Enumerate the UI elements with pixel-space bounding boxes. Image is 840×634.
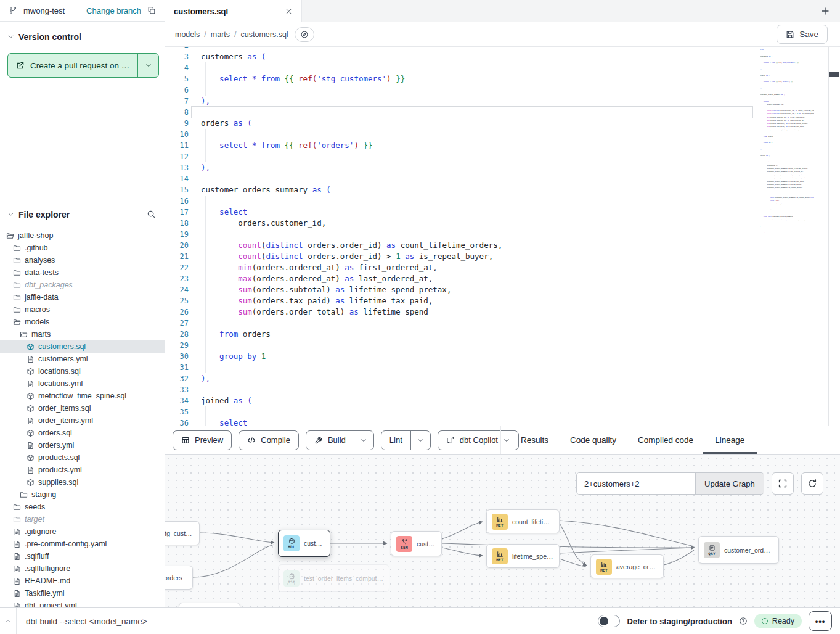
more-options-button[interactable]: ••• (809, 611, 832, 631)
file-tree-item-staging[interactable]: staging (0, 488, 165, 501)
code-line-28[interactable]: 28 from orders (165, 329, 840, 340)
help-icon[interactable] (739, 617, 748, 625)
code-line-12[interactable]: 12 (165, 151, 840, 162)
build-button[interactable]: Build (306, 431, 354, 450)
file-tree-item-jaffle-data[interactable]: jaffle-data (0, 291, 165, 303)
code-line-34[interactable]: 34joined as ( (165, 395, 840, 406)
file-explorer-header[interactable]: File explorer (0, 204, 165, 224)
version-control-header[interactable]: Version control (0, 27, 165, 47)
create-pr-button[interactable]: Create a pull request on Git... (7, 53, 159, 78)
panel-tab-lineage[interactable]: Lineage (714, 426, 746, 454)
code-line-18[interactable]: 18 orders.customer_id, (165, 218, 840, 229)
lineage-node-test_order_items[interactable]: TSTtest_order_items_compute_to_bools... (278, 564, 389, 592)
code-line-5[interactable]: 5 select * from {{ ref('stg_customers') … (165, 73, 840, 84)
code-line-11[interactable]: 11 select * from {{ ref('orders') }} (165, 140, 840, 151)
close-icon[interactable] (285, 7, 293, 15)
file-tree-item-.pre-commit-config.yaml[interactable]: .pre-commit-config.yaml (0, 538, 165, 550)
lint-button[interactable]: Lint (381, 431, 410, 450)
editor-minimap[interactable]: withcustomers as ( select * from {{ ref(… (760, 48, 814, 295)
file-tree-item-metricflow_time_spine.sql[interactable]: metricflow_time_spine.sql (0, 390, 165, 402)
file-tree-item-README.md[interactable]: README.md (0, 575, 165, 587)
file-tree-item-macros[interactable]: macros (0, 303, 165, 316)
lineage-selector-input[interactable] (577, 473, 695, 494)
code-line-33[interactable]: 33 (165, 384, 840, 395)
code-line-6[interactable]: 6 (165, 84, 840, 96)
file-tree-item-.gitignore[interactable]: .gitignore (0, 525, 165, 538)
breadcrumb-item[interactable]: customers.sql (241, 30, 288, 39)
code-line-21[interactable]: 21 count(distinct orders.order_id) > 1 a… (165, 251, 840, 262)
file-tree-item-.sqlfluff[interactable]: .sqlfluff (0, 550, 165, 562)
pr-button-caret[interactable] (137, 54, 158, 77)
panel-tab-code-quality[interactable]: Code quality (569, 426, 618, 454)
lineage-node-stg_customers[interactable]: MDLstg_customers (165, 521, 200, 545)
ide-status-badge[interactable]: Ready (754, 614, 802, 628)
lineage-node-count_lifetime_orders[interactable]: METcount_lifetime_orders (486, 509, 560, 533)
lineage-node-lifetime_spend_pretax[interactable]: METlifetime_spend_pretax (486, 544, 560, 568)
file-tree-item-jaffle-shop[interactable]: jaffle-shop (0, 229, 165, 242)
file-tree-item-order_items.sql[interactable]: order_items.sql (0, 402, 165, 414)
code-line-19[interactable]: 19 (165, 229, 840, 240)
code-line-24[interactable]: 24 sum(orders.subtotal) as lifetime_spen… (165, 284, 840, 295)
file-tree-item-.sqlfluffignore[interactable]: .sqlfluffignore (0, 562, 165, 575)
breadcrumb-item[interactable]: models (175, 30, 200, 39)
lineage-node-customers_semantic[interactable]: SEMcustomers (391, 531, 442, 556)
code-line-26[interactable]: 26 sum(orders.order_total) as lifetime_s… (165, 307, 840, 318)
code-line-23[interactable]: 23 max(orders.ordered_at) as last_ordere… (165, 273, 840, 284)
code-line-31[interactable]: 31 (165, 362, 840, 373)
file-tree-item-dbt_project.yml[interactable]: dbt_project.yml (0, 599, 165, 607)
code-line-36[interactable]: 36 select (165, 418, 840, 426)
refresh-button[interactable] (801, 472, 823, 495)
dbt-copilot-button[interactable]: dbt Copilot (438, 430, 519, 450)
code-line-3[interactable]: 3customers as ( (165, 51, 840, 62)
code-line-29[interactable]: 29 (165, 340, 840, 351)
file-tree-item-marts[interactable]: marts (0, 328, 165, 340)
file-tree-item-Taskfile.yml[interactable]: Taskfile.yml (0, 587, 165, 599)
lineage-node-customer_order_metrics[interactable]: QRYcustomer_order_metrics (698, 536, 779, 564)
code-line-25[interactable]: 25 sum(orders.tax_paid) as lifetime_tax_… (165, 295, 840, 307)
lint-caret-button[interactable] (410, 431, 430, 450)
code-line-35[interactable]: 35 (165, 406, 840, 418)
compass-icon[interactable] (295, 27, 314, 42)
lineage-node-partial_node[interactable] (179, 603, 240, 607)
file-tree-item-products.yml[interactable]: products.yml (0, 464, 165, 476)
code-line-22[interactable]: 22 min(orders.ordered_at) as first_order… (165, 262, 840, 273)
file-tree-item-target[interactable]: target (0, 513, 165, 525)
fullscreen-button[interactable] (772, 472, 794, 495)
lineage-node-average_order_value[interactable]: METaverage_order_value (590, 554, 664, 578)
code-editor[interactable]: 23customers as (45 select * from {{ ref(… (165, 47, 840, 426)
file-tree-item-seeds[interactable]: seeds (0, 501, 165, 513)
file-tree-item-models[interactable]: models (0, 316, 165, 328)
file-tree-item-supplies.sql[interactable]: supplies.sql (0, 476, 165, 488)
compile-button[interactable]: Compile (239, 430, 299, 450)
file-tree-item-data-tests[interactable]: data-tests (0, 266, 165, 279)
code-line-2[interactable]: 2 (165, 47, 840, 51)
code-line-15[interactable]: 15customer_orders_summary as ( (165, 184, 840, 196)
code-line-8[interactable]: 8 (165, 107, 840, 118)
file-tree-item-products.sql[interactable]: products.sql (0, 451, 165, 464)
file-tree-item-order_items.yml[interactable]: order_items.yml (0, 414, 165, 427)
code-line-27[interactable]: 27 (165, 318, 840, 329)
file-tree-item-analyses[interactable]: analyses (0, 254, 165, 266)
code-line-4[interactable]: 4 (165, 62, 840, 73)
file-tree-item-customers.sql[interactable]: customers.sql (0, 340, 165, 353)
build-caret-button[interactable] (354, 431, 373, 450)
change-branch-link[interactable]: Change branch (86, 6, 141, 15)
panel-tab-results[interactable]: Results (520, 426, 550, 454)
code-line-17[interactable]: 17 select (165, 207, 840, 218)
file-tree-item-orders.sql[interactable]: orders.sql (0, 427, 165, 439)
lineage-node-customers_model[interactable]: MDLcustomers (278, 530, 330, 557)
save-button[interactable]: Save (777, 25, 828, 44)
file-tree-item-customers.yml[interactable]: customers.yml (0, 353, 165, 365)
code-line-10[interactable]: 10 (165, 129, 840, 140)
panel-tab-compiled-code[interactable]: Compiled code (637, 426, 695, 454)
code-line-20[interactable]: 20 count(distinct orders.order_id) as co… (165, 240, 840, 251)
search-icon[interactable] (145, 208, 157, 220)
code-line-32[interactable]: 32), (165, 373, 840, 384)
file-tree-item-dbt_packages[interactable]: dbt_packages (0, 279, 165, 291)
lineage-node-orders[interactable]: MDLorders (165, 566, 193, 590)
code-line-16[interactable]: 16 (165, 196, 840, 207)
file-tree-item-locations.yml[interactable]: locations.yml (0, 377, 165, 390)
collapse-panel-button[interactable] (0, 608, 17, 634)
code-line-7[interactable]: 7), (165, 96, 840, 107)
update-graph-button[interactable]: Update Graph (695, 473, 764, 494)
